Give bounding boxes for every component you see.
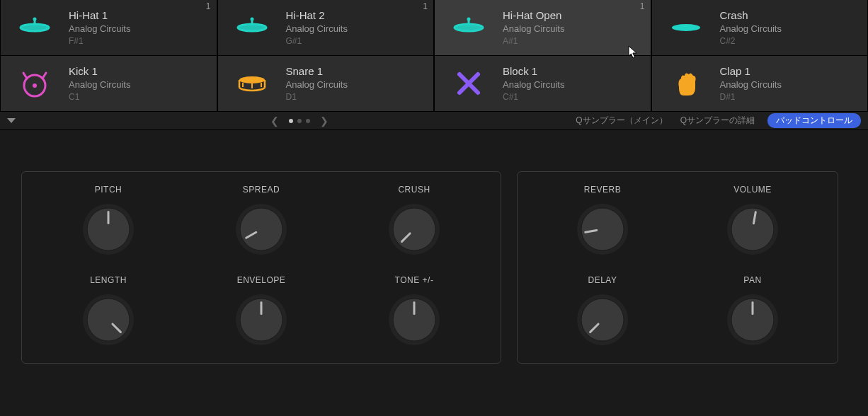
pad-name: Snare 1: [286, 65, 424, 77]
page-dots: [289, 119, 310, 123]
knob-length[interactable]: [81, 292, 136, 347]
knob-label: LENGTH: [90, 275, 127, 285]
svg-point-30: [393, 208, 435, 250]
pad-name: Hi-Hat Open: [503, 9, 641, 21]
svg-point-27: [240, 208, 282, 250]
snare-icon: [218, 56, 286, 111]
pad-name: Hi-Hat 1: [69, 9, 207, 21]
pad-group-badge: 1: [640, 1, 645, 11]
knob-label: ENVELOPE: [237, 275, 286, 285]
knob-label: TONE +/-: [395, 275, 434, 285]
knob-label: DELAY: [588, 275, 617, 285]
tab-pad-control[interactable]: パッドコントロール: [767, 113, 861, 128]
pad-note: C#2: [720, 36, 858, 46]
pad-name: Kick 1: [69, 65, 207, 77]
svg-line-15: [23, 73, 27, 79]
svg-point-45: [731, 208, 774, 250]
svg-point-11: [467, 18, 471, 21]
pad-note: C#1: [503, 92, 641, 102]
kick-icon: [1, 56, 69, 111]
knob-label: REVERB: [584, 185, 621, 195]
pad-kit: Analog Circuits: [720, 79, 858, 90]
pad-note: D1: [286, 92, 424, 102]
svg-point-33: [87, 299, 130, 341]
next-page-button[interactable]: ❯: [320, 115, 329, 127]
drum-pad-clap-1[interactable]: Clap 1 Analog Circuits D#1: [651, 56, 869, 112]
knob-panel-right: REVERB VOLUME DELAY PAN: [517, 171, 838, 364]
svg-point-7: [250, 18, 253, 21]
knob-reverb[interactable]: [575, 202, 630, 257]
drum-pad-hi-hat-1[interactable]: Hi-Hat 1 Analog Circuits F#1 1: [0, 0, 217, 56]
drum-pad-hi-hat-2[interactable]: Hi-Hat 2 Analog Circuits G#1 1: [217, 0, 435, 56]
pad-note: F#1: [69, 36, 207, 46]
pad-name: Block 1: [503, 65, 641, 77]
pad-kit: Analog Circuits: [286, 79, 424, 90]
pad-group-badge: 1: [423, 1, 428, 11]
knob-label: PITCH: [95, 185, 122, 195]
pad-kit: Analog Circuits: [69, 79, 207, 90]
pad-note: G#1: [286, 36, 424, 46]
knob-spread[interactable]: [234, 202, 289, 257]
svg-line-16: [42, 73, 46, 79]
pad-name: Crash: [720, 9, 858, 21]
pad-group-badge: 1: [206, 1, 211, 11]
svg-point-3: [33, 18, 37, 21]
knob-panel-left: PITCH SPREAD CRUSH LENGTH ENVELOPE: [21, 171, 501, 364]
svg-point-17: [239, 76, 265, 83]
hihat-icon: [435, 0, 503, 55]
page-dot[interactable]: [289, 119, 293, 123]
prev-page-button[interactable]: ❮: [270, 115, 279, 127]
pad-kit: Analog Circuits: [286, 23, 424, 34]
pad-kit: Analog Circuits: [69, 23, 207, 34]
knob-label: PAN: [743, 275, 761, 285]
knob-label: CRUSH: [398, 185, 430, 195]
page-dot[interactable]: [297, 119, 302, 123]
knob-pitch[interactable]: [81, 202, 136, 257]
knob-label: VOLUME: [733, 185, 772, 195]
pad-note: A#1: [503, 36, 641, 46]
drum-pad-snare-1[interactable]: Snare 1 Analog Circuits D1: [217, 56, 435, 112]
pad-kit: Analog Circuits: [720, 23, 858, 34]
tab-qsampler-detail[interactable]: Qサンプラーの詳細: [680, 115, 755, 127]
svg-point-12: [672, 24, 700, 31]
drum-pad-kick-1[interactable]: Kick 1 Analog Circuits C1: [0, 56, 217, 112]
pad-note: D#1: [720, 92, 858, 102]
pad-kit: Analog Circuits: [503, 79, 641, 90]
disclosure-toggle[interactable]: [7, 118, 16, 123]
page-nav-bar: ❮ ❯ Qサンプラー（メイン） Qサンプラーの詳細 パッドコントロール: [0, 112, 868, 130]
hihat-icon: [218, 0, 286, 55]
svg-point-14: [33, 83, 37, 88]
knob-label: SPREAD: [243, 185, 280, 195]
block-icon: [435, 56, 503, 111]
knob-delay[interactable]: [575, 292, 630, 347]
knob-volume[interactable]: [725, 202, 780, 257]
drum-pad-block-1[interactable]: Block 1 Analog Circuits C#1: [434, 56, 651, 112]
svg-point-48: [581, 299, 624, 341]
drum-pad-hi-hat-open[interactable]: Hi-Hat Open Analog Circuits A#1 1: [434, 0, 651, 56]
pad-name: Hi-Hat 2: [286, 9, 424, 21]
knob-crush[interactable]: [387, 202, 442, 257]
clap-icon: [652, 56, 720, 111]
page-dot[interactable]: [306, 119, 310, 123]
pad-kit: Analog Circuits: [503, 23, 641, 34]
hihat-icon: [1, 0, 69, 55]
pad-note: C1: [69, 92, 207, 102]
tab-qsampler-main[interactable]: Qサンプラー（メイン）: [576, 115, 667, 127]
knob-tone-[interactable]: [387, 292, 442, 347]
cymbal-icon: [652, 0, 720, 55]
pad-name: Clap 1: [720, 65, 858, 77]
knob-pan[interactable]: [725, 292, 780, 347]
drum-pad-crash[interactable]: Crash Analog Circuits C#2: [651, 0, 869, 56]
knob-envelope[interactable]: [234, 292, 289, 347]
svg-point-42: [581, 208, 624, 250]
